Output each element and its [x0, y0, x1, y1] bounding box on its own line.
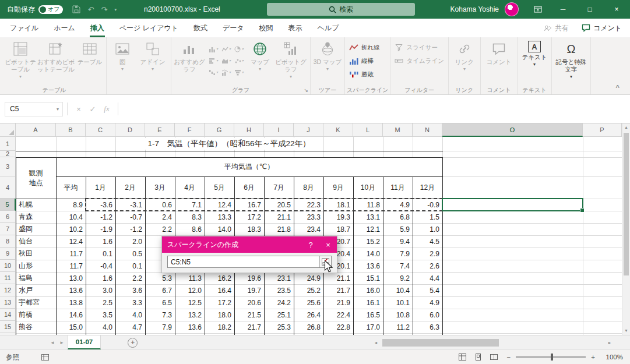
- cell-K15[interactable]: 22.8: [323, 321, 353, 333]
- cell-N16[interactable]: 8.9: [413, 333, 442, 335]
- search-box[interactable]: 検索: [267, 3, 415, 16]
- autosave-toggle[interactable]: 自動保存 オフ: [7, 5, 63, 15]
- cell-month-header-6[interactable]: 6月: [234, 176, 264, 199]
- row-header-5[interactable]: 5: [0, 199, 16, 211]
- cell-month-header-8[interactable]: 8月: [294, 176, 323, 199]
- dialog-title-bar[interactable]: スパークラインの作成 ? ×: [162, 236, 337, 253]
- h-scroll-track[interactable]: [380, 338, 606, 348]
- row-header-7[interactable]: 7: [0, 223, 16, 235]
- combo-chart-button[interactable]: ▾: [220, 66, 233, 78]
- cell-G16[interactable]: 16.8: [205, 333, 234, 335]
- cell-C13[interactable]: 2.5: [86, 296, 115, 309]
- cell-C14[interactable]: 3.5: [86, 309, 115, 321]
- cell-M15[interactable]: 11.2: [383, 321, 413, 333]
- tab-scroll-right-button[interactable]: ►: [59, 340, 64, 345]
- ribbon-tab-校閲[interactable]: 校閲: [252, 19, 281, 37]
- cell-E13[interactable]: 6.5: [145, 296, 175, 309]
- ribbon-tab-ホーム[interactable]: ホーム: [46, 19, 83, 37]
- cell-K14[interactable]: 22.4: [323, 309, 353, 321]
- cell-D8[interactable]: 2.0: [115, 235, 145, 248]
- cell-M6[interactable]: 6.8: [383, 211, 413, 223]
- cell-M8[interactable]: 9.4: [383, 235, 413, 248]
- cell-G7[interactable]: 14.0: [205, 223, 234, 235]
- cell-J14[interactable]: 26.4: [294, 309, 323, 321]
- column-header-I[interactable]: I: [264, 123, 294, 137]
- cell-B14[interactable]: 14.6: [56, 309, 86, 321]
- column-header-O[interactable]: O: [442, 123, 583, 137]
- cell-month-header-11[interactable]: 11月: [383, 176, 413, 199]
- dialog-close-button[interactable]: ×: [319, 236, 337, 253]
- column-header-C[interactable]: C: [86, 123, 115, 137]
- scatter-chart-button[interactable]: ▾: [233, 55, 245, 66]
- sparkline-line-button[interactable]: 折れ線: [347, 41, 382, 54]
- cell-M9[interactable]: 7.9: [383, 248, 413, 260]
- zoom-slider[interactable]: [516, 356, 586, 358]
- cell-F12[interactable]: 12.0: [175, 284, 205, 296]
- undo-button[interactable]: ↶: [87, 5, 94, 14]
- cell-C10[interactable]: -0.4: [86, 260, 115, 272]
- symbols-button[interactable]: Ω 記号と特殊文字 ▾: [554, 38, 589, 86]
- cell-J7[interactable]: 23.4: [294, 223, 323, 235]
- recommended-charts-button[interactable]: おすすめグラフ: [173, 38, 206, 86]
- cell-G15[interactable]: 18.2: [205, 321, 234, 333]
- cell-B8[interactable]: 12.4: [56, 235, 86, 248]
- cell-H12[interactable]: 19.7: [234, 284, 264, 296]
- select-all-corner[interactable]: [0, 123, 16, 137]
- cell-F13[interactable]: 12.5: [175, 296, 205, 309]
- cell-month-header-1[interactable]: 1月: [86, 176, 115, 199]
- cell-G13[interactable]: 17.2: [205, 296, 234, 309]
- cell-A15[interactable]: 熊谷: [16, 321, 56, 333]
- column-header-L[interactable]: L: [353, 123, 383, 137]
- cell-A7[interactable]: 盛岡: [16, 223, 56, 235]
- cancel-button[interactable]: ×: [72, 105, 86, 114]
- cell-D16[interactable]: 6.3: [115, 333, 145, 335]
- cell-F16[interactable]: 13.0: [175, 333, 205, 335]
- cell-H16[interactable]: 19.6: [234, 333, 264, 335]
- collapse-ribbon-button[interactable]: ^: [616, 84, 620, 91]
- column-header-A[interactable]: A: [16, 123, 56, 137]
- timeline-button[interactable]: タイムライン: [392, 55, 446, 67]
- cell-month-header-2[interactable]: 2月: [115, 176, 145, 199]
- maps-button[interactable]: マップ ▾: [247, 38, 273, 86]
- cell-K6[interactable]: 19.3: [323, 211, 353, 223]
- cell-H7[interactable]: 18.3: [234, 223, 264, 235]
- cell-N11[interactable]: 4.4: [413, 272, 442, 284]
- row-header-13[interactable]: 13: [0, 296, 16, 309]
- zoom-in-button[interactable]: +: [591, 354, 595, 361]
- redo-button[interactable]: ↷: [101, 5, 107, 14]
- spreadsheet-grid[interactable]: ABCDEFGHIJKLMNOP123456789101112131415161…: [0, 123, 622, 335]
- waterfall-chart-button[interactable]: ▾: [207, 66, 220, 78]
- cell-L8[interactable]: 15.2: [353, 235, 383, 248]
- slicer-button[interactable]: スライサー: [392, 41, 446, 54]
- cell-G12[interactable]: 16.4: [205, 284, 234, 296]
- cell-I11[interactable]: 23.1: [264, 272, 294, 284]
- cell-month-header-9[interactable]: 9月: [323, 176, 353, 199]
- row-header-11[interactable]: 11: [0, 272, 16, 284]
- 3d-map-button[interactable]: 3D マップ ▾: [312, 38, 343, 86]
- cell-J15[interactable]: 26.8: [294, 321, 323, 333]
- cell-I13[interactable]: 24.2: [264, 296, 294, 309]
- cell-A14[interactable]: 前橋: [16, 309, 56, 321]
- cell-N14[interactable]: 6.0: [413, 309, 442, 321]
- cell-month-header-7[interactable]: 7月: [264, 176, 294, 199]
- cell-month-header-10[interactable]: 10月: [353, 176, 383, 199]
- cell-M14[interactable]: 10.8: [383, 309, 413, 321]
- cell-L11[interactable]: 15.1: [353, 272, 383, 284]
- cell-E15[interactable]: 7.9: [145, 321, 175, 333]
- horizontal-scrollbar[interactable]: ◄ ►: [372, 338, 614, 348]
- cell-G14[interactable]: 18.0: [205, 309, 234, 321]
- cell-A5[interactable]: 札幌: [16, 199, 56, 211]
- cell-E7[interactable]: 2.2: [145, 223, 175, 235]
- maximize-button[interactable]: □: [576, 0, 603, 19]
- row-header-1[interactable]: 1: [0, 137, 16, 151]
- row-header-4[interactable]: 4: [0, 176, 16, 199]
- cell-H6[interactable]: 17.2: [234, 211, 264, 223]
- zoom-level[interactable]: 100%: [601, 354, 623, 361]
- cell-E16[interactable]: 8.9: [145, 333, 175, 335]
- cell-A6[interactable]: 青森: [16, 211, 56, 223]
- sparkline-winloss-button[interactable]: 勝敗: [347, 68, 382, 80]
- cell-C15[interactable]: 4.0: [86, 321, 115, 333]
- area-chart-button[interactable]: ▾: [220, 55, 233, 66]
- zoom-slider-handle[interactable]: [551, 354, 553, 361]
- ribbon-tab-表示[interactable]: 表示: [281, 19, 310, 37]
